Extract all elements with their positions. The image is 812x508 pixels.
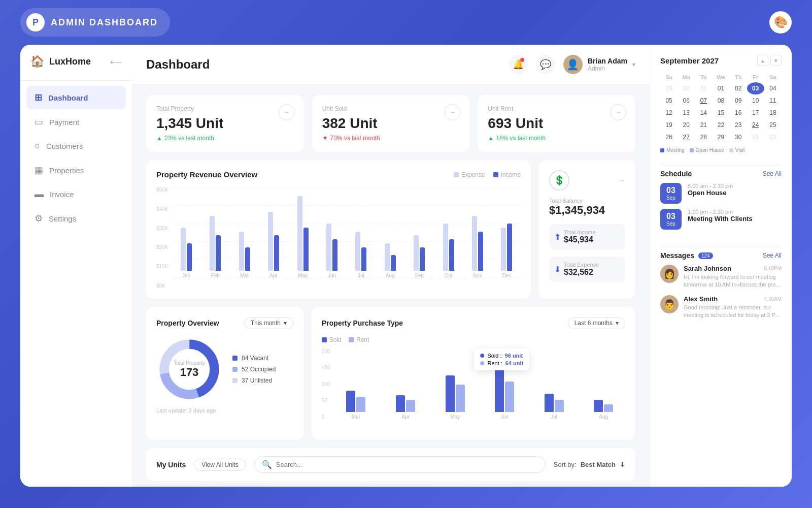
calendar-day[interactable]: 05 [660,94,678,107]
calendar-day[interactable]: 03 [747,82,764,94]
bar-month-label: Oct [445,273,453,278]
calendar-day[interactable]: 01 [747,131,764,143]
balance-card: 💲 → Total Balance $1,345,934 ⬆ Total Inc… [539,160,635,299]
rent-bar [456,385,465,412]
calendar-day[interactable]: 18 [764,107,782,119]
purchase-tooltip: Sold : 96 unit Rent : 64 unit [474,348,529,370]
calendar-day[interactable]: 17 [747,107,764,119]
calendar-day[interactable]: 30 [678,82,695,94]
calendar-day[interactable]: 20 [678,119,695,131]
bar-month-label: Aug [599,414,608,420]
calendar-day[interactable]: 16 [730,107,747,119]
calendar-day[interactable]: 04 [764,82,782,94]
calendar-day[interactable]: 06 [678,94,695,107]
expense-bar [181,228,186,271]
calendar-prev-button[interactable]: ▲ [757,55,768,66]
calendar-day[interactable]: 21 [695,119,712,131]
property-overview-title: Property Overview [156,319,219,327]
calendar-day[interactable]: 19 [660,119,678,131]
calendar-day[interactable]: 07 [695,94,712,107]
sort-label: Sort by: [554,461,577,468]
calendar-day[interactable]: 27 [678,131,695,143]
purchase-bars-area: Sold : 96 unit Rent : 64 unit MarAprMayJ… [334,348,625,430]
calendar-day[interactable]: 29 [660,82,678,94]
calendar-day[interactable]: 11 [764,94,782,107]
notification-button[interactable]: 🔔 [509,55,528,74]
expense-bar [472,216,477,271]
calendar-legend: Meeting Open House Visit [660,147,782,153]
visit-dot [729,148,733,152]
unlisted-dot [232,378,238,383]
schedule-see-all[interactable]: See All [763,170,782,177]
calendar-day[interactable]: 25 [764,119,782,131]
messages-see-all[interactable]: See All [763,252,782,259]
calendar-day[interactable]: 22 [712,119,729,131]
stat-arrow-icon[interactable]: → [610,104,626,120]
stat-value: 382 Unit [322,115,460,132]
property-overview-card: Property Overview This month ▾ [146,307,303,440]
calendar-day[interactable]: 13 [678,107,695,119]
property-overview-filter[interactable]: This month ▾ [244,317,293,329]
expense-bar [297,196,302,271]
sidebar-item-payment[interactable]: ▭ Payment [26,110,126,134]
stat-label: Unit Sold [322,105,460,112]
stat-arrow-icon[interactable]: → [279,104,295,120]
content-area: Dashboard 🔔 💬 👤 Brian Adam Admin ▾ [132,45,650,487]
calendar-day[interactable]: 28 [695,131,712,143]
balance-arrow[interactable]: → [618,176,625,184]
schedule-date-1: 03 Sep [660,183,682,204]
sidebar-collapse-button[interactable]: ⟵ [110,57,122,67]
expense-bar [239,232,244,271]
calendar-day[interactable]: 10 [747,94,764,107]
calendar-day[interactable]: 30 [730,131,747,143]
calendar-next-button[interactable]: ▼ [770,55,782,66]
sidebar-item-invoice[interactable]: ▬ Invoice [26,183,126,206]
sidebar-item-properties[interactable]: ▦ Properties [26,158,126,182]
calendar-day[interactable]: 29 [712,131,729,143]
sold-bar [495,365,504,412]
units-search: 🔍 [254,456,546,473]
expense-bar [268,212,273,271]
calendar-day[interactable]: 24 [747,119,764,131]
sold-bar [594,400,603,412]
payment-icon: ▭ [35,116,43,128]
user-profile[interactable]: 👤 Brian Adam Admin ▾ [563,55,635,74]
sidebar-item-settings[interactable]: ⚙ Settings [26,207,126,230]
calendar-day[interactable]: 31 [695,82,712,94]
search-icon: 🔍 [262,460,272,469]
message-item-1[interactable]: 👩 Sarah Johnson 8.10PM Hi, I'm looking f… [660,265,782,289]
calendar-day[interactable]: 14 [695,107,712,119]
view-all-units-button[interactable]: View All Units [194,459,246,471]
purchase-bar-group: Mar [334,348,378,420]
legend-visit: Visit [729,147,745,153]
bar-month-label: Jul [358,273,364,278]
revenue-bar-chart: $50K $40K $30K $20K $10K $0K [156,187,521,289]
calendar-day[interactable]: 12 [660,107,678,119]
sort-arrow-icon[interactable]: ⬇ [620,461,625,468]
search-input[interactable] [276,461,538,468]
legend-income-dot [493,172,498,177]
message-item-2[interactable]: 👨 Alex Smith 7.30AM Good morning! Just a… [660,295,782,320]
bar-month-label: May [298,273,308,278]
figma-icon-button[interactable]: 🎨 [769,11,792,34]
bar-month-label: Sep [415,273,424,278]
legend-income: Income [493,171,521,178]
legend-occupied: 52 Occupied [232,366,276,373]
calendar-day[interactable]: 02 [730,82,747,94]
legend-expense-dot [454,172,459,177]
calendar-day[interactable]: 09 [730,94,747,107]
income-bar [274,235,279,271]
sidebar-item-dashboard[interactable]: ⊞ Dashboard [26,86,126,109]
property-purchase-filter[interactable]: Last 6 months ▾ [568,317,625,329]
message-button[interactable]: 💬 [536,55,555,74]
property-purchase-title: Property Purchase Type [322,319,403,327]
calendar-day[interactable]: 15 [712,107,729,119]
calendar-day[interactable]: 01 [712,82,729,94]
calendar-day[interactable]: 08 [712,94,729,107]
bar-month-label: Feb [211,273,220,278]
sidebar-item-customers[interactable]: ○ Customers [26,135,126,157]
msg-time-2: 7.30AM [764,296,782,302]
calendar-day[interactable]: 02 [764,131,782,143]
calendar-day[interactable]: 26 [660,131,678,143]
calendar-day[interactable]: 23 [730,119,747,131]
